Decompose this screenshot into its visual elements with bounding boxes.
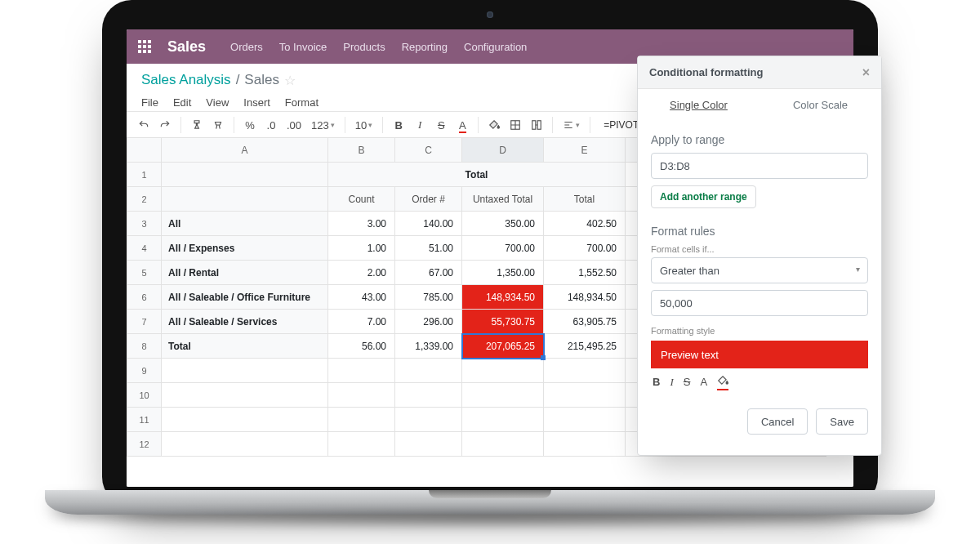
cell[interactable]: 350.00 (462, 212, 544, 236)
cell[interactable]: 785.00 (395, 285, 462, 310)
cell[interactable] (544, 432, 626, 457)
hdr-untaxed[interactable]: Untaxed Total (462, 187, 544, 212)
col-C[interactable]: C (395, 138, 462, 163)
row-header[interactable]: 6 (127, 285, 162, 310)
merge-cells-icon[interactable] (528, 114, 546, 136)
nav-to-invoice[interactable]: To Invoice (279, 41, 327, 53)
cell[interactable] (328, 432, 395, 457)
cell[interactable] (544, 383, 626, 408)
menu-edit[interactable]: Edit (173, 96, 191, 109)
cell[interactable]: 148,934.50 (462, 285, 544, 310)
italic-button[interactable]: I (411, 114, 429, 136)
save-button[interactable]: Save (816, 408, 868, 435)
style-fill-color-icon[interactable] (717, 375, 728, 389)
row-header[interactable]: 9 (127, 359, 162, 383)
style-strike-button[interactable]: S (684, 376, 691, 388)
fill-color-icon[interactable] (485, 114, 503, 136)
row-header[interactable]: 12 (127, 432, 162, 457)
cell[interactable] (462, 359, 544, 383)
cell[interactable]: 1,350.00 (462, 261, 544, 285)
cell[interactable]: 51.00 (395, 236, 462, 261)
cell[interactable] (328, 408, 395, 432)
strike-button[interactable]: S (432, 114, 450, 136)
cell[interactable]: 700.00 (544, 236, 626, 261)
row-label[interactable]: All / Saleable / Services (162, 310, 328, 334)
cell[interactable] (462, 432, 544, 457)
cell[interactable] (395, 359, 462, 383)
cell[interactable]: 67.00 (395, 261, 462, 285)
close-icon[interactable]: × (862, 65, 870, 80)
preview-swatch[interactable]: Preview text (651, 341, 868, 368)
row-label[interactable]: All (162, 212, 328, 236)
number-format-dropdown[interactable]: 123 (308, 114, 338, 136)
redo-icon[interactable] (156, 114, 174, 136)
hdr-total[interactable]: Total (544, 187, 626, 212)
paint-format-icon[interactable] (188, 114, 206, 136)
row-label[interactable]: All / Saleable / Office Furniture (162, 285, 328, 310)
row-header[interactable]: 4 (127, 236, 162, 261)
cell[interactable]: 296.00 (395, 310, 462, 334)
cell[interactable] (162, 408, 328, 432)
cancel-button[interactable]: Cancel (747, 408, 808, 435)
cell[interactable]: 43.00 (328, 285, 395, 310)
add-range-button[interactable]: Add another range (651, 185, 756, 208)
row-header[interactable]: 7 (127, 310, 162, 334)
percent-button[interactable]: % (241, 114, 259, 136)
undo-icon[interactable] (135, 114, 153, 136)
header-total[interactable]: Total (328, 163, 626, 187)
tab-single-color[interactable]: Single Color (638, 89, 760, 120)
row-label[interactable]: All / Rental (162, 261, 328, 285)
row-header[interactable]: 10 (127, 383, 162, 408)
text-color-button[interactable]: A (453, 114, 471, 136)
cell[interactable] (162, 432, 328, 457)
cell[interactable] (395, 383, 462, 408)
bold-button[interactable]: B (390, 114, 408, 136)
favorite-star-icon[interactable]: ☆ (284, 73, 296, 88)
menu-format[interactable]: Format (285, 96, 318, 109)
cell[interactable]: 148,934.50 (544, 285, 626, 310)
cell[interactable]: 215,495.25 (544, 334, 626, 359)
col-E[interactable]: E (544, 138, 626, 163)
borders-icon[interactable] (506, 114, 524, 136)
range-input[interactable] (651, 153, 868, 179)
dec-decimal-button[interactable]: .0 (262, 114, 280, 136)
style-bold-button[interactable]: B (653, 376, 660, 388)
align-dropdown[interactable] (559, 114, 583, 136)
cell[interactable]: 56.00 (328, 334, 395, 359)
cell[interactable] (462, 408, 544, 432)
font-size-dropdown[interactable]: 10 (352, 114, 376, 136)
col-A[interactable]: A (162, 138, 328, 163)
cell[interactable]: 700.00 (462, 236, 544, 261)
cell[interactable]: 55,730.75 (462, 310, 544, 334)
clear-format-icon[interactable] (209, 114, 227, 136)
nav-reporting[interactable]: Reporting (402, 41, 448, 53)
cell[interactable] (544, 359, 626, 383)
cell[interactable]: 140.00 (395, 212, 462, 236)
cell[interactable]: 1,552.50 (544, 261, 626, 285)
col-B[interactable]: B (328, 138, 395, 163)
breadcrumb-l1[interactable]: Sales Analysis (141, 72, 231, 88)
cell[interactable] (544, 408, 626, 432)
cell[interactable] (328, 359, 395, 383)
cell[interactable] (162, 359, 328, 383)
cell[interactable] (395, 408, 462, 432)
cell[interactable] (395, 432, 462, 457)
cell[interactable] (162, 383, 328, 408)
style-text-color-button[interactable]: A (700, 376, 707, 388)
brand[interactable]: Sales (167, 38, 206, 56)
row-header[interactable]: 3 (127, 212, 162, 236)
inc-decimal-button[interactable]: .00 (283, 114, 305, 136)
cell[interactable]: 1,339.00 (395, 334, 462, 359)
cell[interactable] (462, 383, 544, 408)
tab-color-scale[interactable]: Color Scale (760, 89, 881, 120)
cell[interactable]: 2.00 (328, 261, 395, 285)
cell[interactable]: 63,905.75 (544, 310, 626, 334)
operator-select[interactable] (651, 257, 868, 283)
cell[interactable]: 207,065.25 (462, 334, 544, 359)
row-header[interactable]: 8 (127, 334, 162, 359)
cell[interactable]: 7.00 (328, 310, 395, 334)
menu-view[interactable]: View (206, 96, 229, 109)
hdr-order[interactable]: Order # (395, 187, 462, 212)
style-italic-button[interactable]: I (670, 376, 673, 389)
cell[interactable]: 402.50 (544, 212, 626, 236)
